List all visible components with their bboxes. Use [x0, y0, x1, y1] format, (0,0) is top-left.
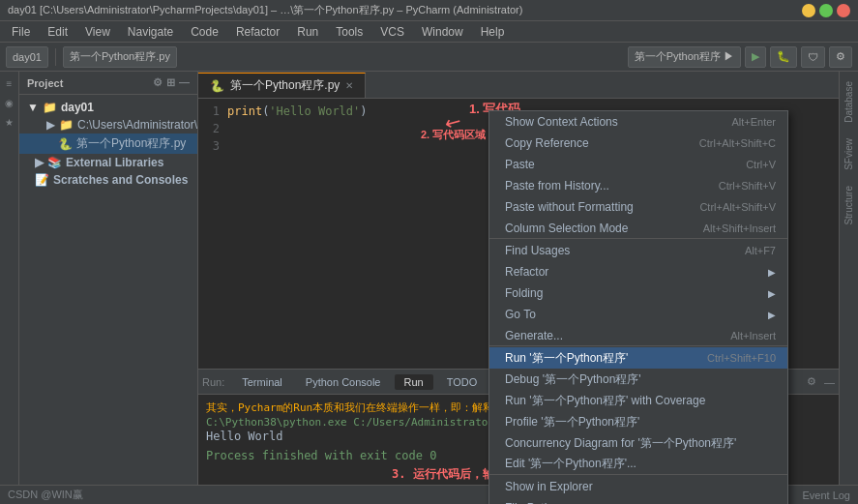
sidebar-icon-2[interactable]: ◉ [2, 95, 17, 110]
ctx-item-15[interactable]: Concurrency Diagram for '第一个Python程序' [489, 432, 787, 454]
ext-lib-icon: 📚 [47, 156, 62, 169]
bottom-close-icon[interactable]: — [824, 376, 835, 388]
scratches-icon: 📝 [35, 173, 49, 187]
panel-icon-collapse[interactable]: — [179, 76, 190, 89]
ctx-label-5: Column Selection Mode [505, 222, 628, 235]
ctx-item-13[interactable]: Run '第一个Python程序' with Coverage [489, 390, 787, 411]
tree-scratches[interactable]: 📝 Scratches and Consoles [19, 171, 197, 189]
project-tree: ▼ 📁 day01 ▶ 📁 C:\Users\Administrator\PyC… [19, 95, 197, 504]
ctx-item-0[interactable]: Show Context ActionsAlt+Enter [489, 111, 787, 133]
title-bar: day01 [C:\Users\Administrator\PycharmPro… [0, 0, 858, 21]
tab-terminal[interactable]: Terminal [232, 374, 292, 390]
project-panel-header: Project ⚙ ⊞ — [19, 72, 197, 95]
ctx-item-12[interactable]: Debug '第一个Python程序' [489, 369, 787, 390]
coverage-button[interactable]: 🛡 [801, 46, 825, 68]
tab-close-button[interactable]: ✕ [345, 80, 353, 91]
tab-todo[interactable]: TODO [437, 374, 488, 390]
status-left: CSDN @WIN赢 [8, 488, 83, 502]
menu-item-edit[interactable]: Edit [40, 23, 75, 41]
ctx-item-4[interactable]: Paste without FormattingCtrl+Alt+Shift+V [489, 196, 787, 218]
ctx-item-2[interactable]: PasteCtrl+V [489, 154, 787, 175]
panel-icons: ⚙ ⊞ — [153, 76, 190, 89]
ctx-shortcut-3: Ctrl+Shift+V [719, 180, 776, 192]
ctx-item-5[interactable]: Column Selection ModeAlt+Shift+Insert [489, 218, 787, 239]
ctx-shortcut-11: Ctrl+Shift+F10 [707, 352, 776, 364]
ctx-arrow-9: ▶ [768, 310, 776, 320]
project-toolbar-btn[interactable]: day01 [6, 46, 48, 68]
ctx-item-10[interactable]: Generate...Alt+Insert [489, 325, 787, 346]
editor-tab-python[interactable]: 🐍 第一个Python程序.py ✕ [198, 73, 366, 98]
tree-file-python[interactable]: 🐍 第一个Python程序.py [19, 133, 197, 154]
ctx-shortcut-1: Ctrl+Alt+Shift+C [699, 137, 776, 149]
close-button[interactable] [837, 4, 850, 17]
run-button[interactable]: ▶ [745, 46, 766, 68]
menu-item-navigate[interactable]: Navigate [120, 23, 181, 41]
ctx-item-11[interactable]: Run '第一个Python程序'Ctrl+Shift+F10 [489, 347, 787, 369]
menu-item-run[interactable]: Run [289, 23, 326, 41]
run-config-btn[interactable]: 第一个Python程序 ▶ [628, 46, 741, 68]
ctx-item-1[interactable]: Copy ReferenceCtrl+Alt+Shift+C [489, 133, 787, 154]
tree-root-label: day01 [61, 101, 94, 114]
tab-python-console[interactable]: Python Console [296, 374, 391, 390]
bottom-settings-icon[interactable]: ⚙ [807, 375, 816, 388]
menu-item-tools[interactable]: Tools [328, 23, 370, 41]
menu-item-window[interactable]: Window [414, 23, 471, 41]
ctx-item-3[interactable]: Paste from History...Ctrl+Shift+V [489, 175, 787, 196]
ctx-item-17[interactable]: Show in Explorer [489, 476, 787, 497]
ctx-item-16[interactable]: Edit '第一个Python程序'... [489, 454, 787, 475]
line-content-1: print('Hello World') [227, 104, 368, 118]
ctx-item-7[interactable]: Refactor▶ [489, 261, 787, 282]
right-tab-structure[interactable]: Structure [842, 180, 856, 231]
context-menu: Show Context ActionsAlt+EnterCopy Refere… [488, 110, 788, 504]
folder-arrow: ▼ [27, 101, 39, 114]
folder-icon: 📁 [43, 101, 57, 114]
panel-icon-expand[interactable]: ⊞ [166, 76, 175, 89]
menu-item-refactor[interactable]: Refactor [228, 23, 287, 41]
ext-lib-label: External Libraries [66, 156, 163, 169]
tree-ext-libraries[interactable]: ▶ 📚 External Libraries [19, 154, 197, 171]
file-toolbar-btn[interactable]: 第一个Python程序.py [63, 46, 177, 68]
panel-icon-settings[interactable]: ⚙ [153, 76, 163, 89]
ctx-item-9[interactable]: Go To▶ [489, 304, 787, 325]
title-text: day01 [C:\Users\Administrator\PycharmPro… [8, 3, 522, 17]
settings-button[interactable]: ⚙ [829, 46, 852, 68]
editor-area: 🐍 第一个Python程序.py ✕ 1 print('Hello World'… [198, 72, 839, 369]
maximize-button[interactable] [819, 4, 833, 17]
ctx-label-16: Edit '第一个Python程序'... [505, 456, 636, 472]
menu-item-vcs[interactable]: VCS [372, 23, 412, 41]
ctx-item-8[interactable]: Folding▶ [489, 282, 787, 304]
code-print: print [227, 104, 262, 118]
toolbar: day01 第一个Python程序.py 第一个Python程序 ▶ ▶ 🐛 🛡… [0, 43, 858, 72]
ctx-shortcut-2: Ctrl+V [746, 159, 776, 170]
project-panel: Project ⚙ ⊞ — ▼ 📁 day01 ▶ 📁 C:\Users\Adm… [19, 72, 198, 504]
status-right-text: Event Log [802, 489, 850, 501]
tab-run[interactable]: Run [395, 374, 433, 390]
sidebar-icon-3[interactable]: ★ [2, 114, 17, 130]
right-tab-database[interactable]: Database [842, 75, 856, 129]
subfolder-arrow: ▶ [46, 118, 55, 132]
tree-subfolder[interactable]: ▶ 📁 C:\Users\Administrator\PyChar [19, 116, 197, 133]
right-tab-sftp[interactable]: SFview [842, 133, 856, 176]
tree-file-label: 第一个Python程序.py [76, 135, 186, 152]
ctx-item-14[interactable]: Profile '第一个Python程序' [489, 411, 787, 432]
main-layout: ≡ ◉ ★ Project ⚙ ⊞ — ▼ 📁 day01 ▶ 📁 C:\Use… [0, 72, 858, 504]
line-num-2: 2 [198, 122, 227, 135]
menu-item-view[interactable]: View [77, 23, 118, 41]
debug-button[interactable]: 🐛 [770, 46, 797, 68]
line-num-1: 1 [198, 104, 227, 118]
menu-item-code[interactable]: Code [183, 23, 226, 41]
run-label-prefix: Run: [202, 376, 224, 388]
tree-root-folder[interactable]: ▼ 📁 day01 [19, 99, 197, 116]
project-panel-title: Project [27, 77, 63, 89]
ctx-item-18[interactable]: File PathCtrl+F12 [489, 497, 787, 504]
menu-item-file[interactable]: File [4, 23, 38, 41]
ctx-label-2: Paste [505, 158, 535, 171]
sidebar-icon-1[interactable]: ≡ [2, 75, 17, 91]
minimize-button[interactable] [802, 4, 815, 17]
ctx-item-6[interactable]: Find UsagesAlt+F7 [489, 240, 787, 261]
ctx-arrow-8: ▶ [768, 288, 776, 299]
menu-item-help[interactable]: Help [473, 23, 513, 41]
python-file-icon: 🐍 [58, 137, 73, 151]
editor-wrapper: 🐍 第一个Python程序.py ✕ 1 print('Hello World'… [198, 72, 839, 504]
ctx-label-17: Show in Explorer [505, 480, 593, 493]
